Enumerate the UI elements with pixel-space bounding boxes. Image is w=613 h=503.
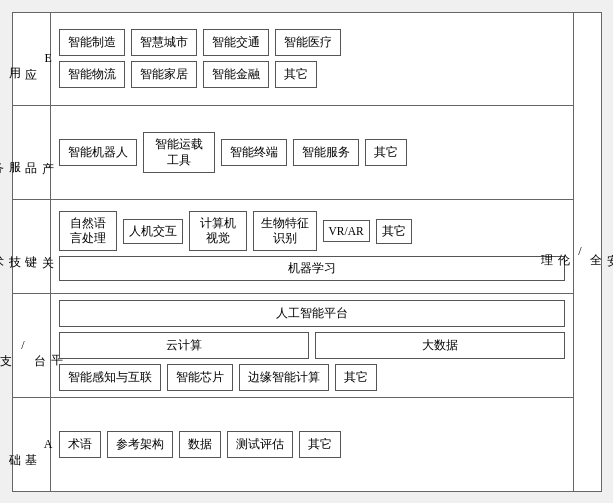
row-d: D 产 品 服 务 智能机器人 智能运载工具 智能终端 智能服务 其它	[13, 106, 573, 200]
cell-b-iot[interactable]: 智能感知与互联	[59, 364, 161, 391]
cell-e-1[interactable]: 智能制造	[59, 29, 125, 56]
cell-a-2[interactable]: 参考架构	[107, 431, 173, 458]
cell-e-5[interactable]: 智能物流	[59, 61, 125, 88]
diagram-content: E 应 用 智能制造 智慧城市 智能交通 智能医疗 智能物流 智能家居 智能金融…	[13, 13, 573, 491]
row-b-row1: 人工智能平台	[59, 300, 565, 327]
row-e-content: 智能制造 智慧城市 智能交通 智能医疗 智能物流 智能家居 智能金融 其它	[51, 13, 573, 106]
cell-d-5[interactable]: 其它	[365, 139, 407, 166]
cell-a-3[interactable]: 数据	[179, 431, 221, 458]
row-c: C 关 键 技 术 自然语言处理 人机交互 计算机视觉 生物特征识别 VR/AR…	[13, 200, 573, 294]
cell-c-6[interactable]: 其它	[376, 219, 412, 244]
row-c-content: 自然语言处理 人机交互 计算机视觉 生物特征识别 VR/AR 其它 机器学习	[51, 200, 573, 293]
row-a-content: 术语 参考架构 数据 测试评估 其它	[51, 398, 573, 491]
cell-e-4[interactable]: 智能医疗	[275, 29, 341, 56]
row-d-label: D 产 品 服 务	[13, 106, 51, 199]
cell-d-2[interactable]: 智能运载工具	[143, 132, 215, 173]
row-b-label: B 平 台 / 支 撑	[13, 294, 51, 397]
row-c-row2: 机器学习	[59, 256, 565, 281]
cell-c-3[interactable]: 计算机视觉	[189, 211, 247, 251]
row-a: A 基 础 术语 参考架构 数据 测试评估 其它	[13, 398, 573, 491]
cell-c-2[interactable]: 人机交互	[123, 219, 183, 244]
row-a-label: A 基 础	[13, 398, 51, 491]
cell-d-4[interactable]: 智能服务	[293, 139, 359, 166]
cell-d-1[interactable]: 智能机器人	[59, 139, 137, 166]
cell-e-3[interactable]: 智能交通	[203, 29, 269, 56]
cell-b-ai[interactable]: 人工智能平台	[59, 300, 565, 327]
cell-c-4[interactable]: 生物特征识别	[253, 211, 317, 251]
cell-c-ml[interactable]: 机器学习	[59, 256, 565, 281]
row-e: E 应 用 智能制造 智慧城市 智能交通 智能医疗 智能物流 智能家居 智能金融…	[13, 13, 573, 107]
cell-a-4[interactable]: 测试评估	[227, 431, 293, 458]
cell-b-other[interactable]: 其它	[335, 364, 377, 391]
row-d-content: 智能机器人 智能运载工具 智能终端 智能服务 其它	[51, 106, 573, 199]
cell-c-1[interactable]: 自然语言处理	[59, 211, 117, 251]
row-b: B 平 台 / 支 撑 人工智能平台 云计算 大数据 智能感知与互联 智能芯片 …	[13, 294, 573, 398]
cell-a-1[interactable]: 术语	[59, 431, 101, 458]
f-label: F 安 全 / 伦 理	[538, 244, 613, 259]
cell-e-8[interactable]: 其它	[275, 61, 317, 88]
cell-d-3[interactable]: 智能终端	[221, 139, 287, 166]
row-b-content: 人工智能平台 云计算 大数据 智能感知与互联 智能芯片 边缘智能计算 其它	[51, 294, 573, 397]
row-e-label: E 应 用	[13, 13, 51, 106]
row-b-row2: 云计算 大数据	[59, 332, 565, 359]
row-a-row1: 术语 参考架构 数据 测试评估 其它	[59, 431, 565, 458]
cell-c-5[interactable]: VR/AR	[323, 220, 370, 242]
row-c-row1: 自然语言处理 人机交互 计算机视觉 生物特征识别 VR/AR 其它	[59, 211, 565, 251]
row-c-label: C 关 键 技 术	[13, 200, 51, 293]
cell-b-bigdata[interactable]: 大数据	[315, 332, 565, 359]
row-b-row3: 智能感知与互联 智能芯片 边缘智能计算 其它	[59, 364, 565, 391]
cell-e-7[interactable]: 智能金融	[203, 61, 269, 88]
row-d-row1: 智能机器人 智能运载工具 智能终端 智能服务 其它	[59, 132, 565, 173]
row-e-row1: 智能制造 智慧城市 智能交通 智能医疗	[59, 29, 565, 56]
cell-b-cloud[interactable]: 云计算	[59, 332, 309, 359]
cell-e-2[interactable]: 智慧城市	[131, 29, 197, 56]
row-e-row2: 智能物流 智能家居 智能金融 其它	[59, 61, 565, 88]
cell-a-5[interactable]: 其它	[299, 431, 341, 458]
cell-e-6[interactable]: 智能家居	[131, 61, 197, 88]
cell-b-chip[interactable]: 智能芯片	[167, 364, 233, 391]
main-diagram: E 应 用 智能制造 智慧城市 智能交通 智能医疗 智能物流 智能家居 智能金融…	[12, 12, 602, 492]
cell-b-edge[interactable]: 边缘智能计算	[239, 364, 329, 391]
f-column: F 安 全 / 伦 理	[573, 13, 601, 491]
